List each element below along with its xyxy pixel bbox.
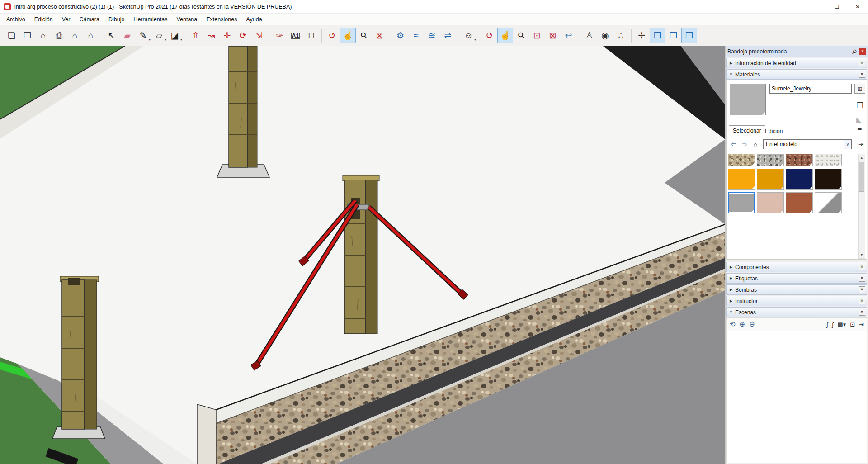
pushpull-tool[interactable]: ⇧ <box>188 28 203 43</box>
material-name-input[interactable] <box>769 84 852 94</box>
viewport-3d-scene[interactable] <box>0 46 725 464</box>
material-swatch-1-1[interactable] <box>757 169 784 190</box>
materials-home-button[interactable]: ⌂ <box>750 139 760 149</box>
move-tool[interactable]: ✛ <box>219 28 235 43</box>
previous-view-tool[interactable]: ↩ <box>561 28 576 43</box>
text-tool[interactable]: A1 <box>288 28 303 43</box>
tab-edicion[interactable]: Edición <box>765 128 783 134</box>
rectangle-tool[interactable]: ▱▾ <box>151 28 167 43</box>
orbit-tool-2[interactable]: ↺ <box>481 28 497 43</box>
preferences-button[interactable]: ⌂ <box>83 28 99 43</box>
dropdown-caret-icon[interactable]: ▾ <box>180 38 182 42</box>
view-front-button[interactable]: ❒ <box>665 28 681 43</box>
in-model-icon[interactable]: ❐ <box>854 100 865 111</box>
section-entity-info[interactable]: ▶ Información de la entidad ✕ <box>726 58 867 68</box>
section-tags[interactable]: ▶ Etiquetas ✕ <box>726 273 867 284</box>
save-model-button[interactable]: ⌂ <box>35 28 51 43</box>
section-close-button[interactable]: ✕ <box>859 286 865 293</box>
material-swatch-1-2[interactable] <box>786 169 813 190</box>
minimize-button[interactable]: — <box>806 0 826 14</box>
material-swatch-2-3[interactable] <box>815 192 842 213</box>
section-materials[interactable]: ▼ Materiales ✕ <box>726 69 867 80</box>
material-swatch-2-0[interactable] <box>728 192 755 213</box>
paint-bucket-tool[interactable]: ⊔ <box>303 28 319 43</box>
scene-view-options-icon[interactable]: ▤▾ <box>837 321 846 328</box>
menu-item-ver[interactable]: Ver <box>57 14 75 24</box>
zoom-extents-tool[interactable]: ⊠ <box>372 28 387 43</box>
materials-back-button[interactable]: ⇦ <box>729 139 739 149</box>
section-close-button[interactable]: ✕ <box>859 264 865 270</box>
menu-item-herramientas[interactable]: Herramientas <box>129 14 172 24</box>
scroll-up-button[interactable]: ▲ <box>859 154 865 161</box>
materials-scrollbar[interactable]: ▲ ▼ <box>858 154 865 259</box>
material-swatch-0-3[interactable] <box>815 154 842 166</box>
scene-show-details-icon[interactable]: ʃ <box>827 321 828 328</box>
scale-tool[interactable]: ⇲ <box>251 28 267 43</box>
section-close-button[interactable]: ✕ <box>859 60 865 66</box>
material-preview[interactable] <box>730 84 766 115</box>
collapse-arrow-icon[interactable]: ▶ <box>727 265 735 269</box>
post-side-face[interactable] <box>85 280 97 429</box>
expand-arrow-icon[interactable]: ▼ <box>727 72 735 76</box>
scenes-list[interactable] <box>726 331 867 463</box>
wooden-post-middle[interactable] <box>343 175 379 334</box>
collection-dropdown[interactable]: En el modelo ∨ <box>763 139 852 149</box>
orbit-tool[interactable]: ↺ <box>324 28 340 43</box>
extension-flip-tool[interactable]: ⇌ <box>440 28 456 43</box>
material-swatch-1-3[interactable] <box>815 169 842 190</box>
pan-tool-2[interactable]: ☝ <box>497 28 513 43</box>
section-components[interactable]: ▶ Componentes ✕ <box>726 262 867 272</box>
material-swatch-0-2[interactable] <box>786 154 813 166</box>
menu-item-cámara[interactable]: Cámara <box>75 14 104 24</box>
axes-tool[interactable]: ✢ <box>634 28 650 43</box>
scroll-down-button[interactable]: ▼ <box>859 251 865 258</box>
menu-item-edición[interactable]: Edición <box>30 14 57 24</box>
dropdown-caret-icon[interactable]: ▾ <box>474 38 476 42</box>
material-swatch-0-1[interactable] <box>757 154 784 166</box>
menu-item-ventana[interactable]: Ventana <box>172 14 202 24</box>
position-camera-tool[interactable]: ♙ <box>581 28 597 43</box>
update-scene-icon[interactable]: ⟲ <box>730 320 736 328</box>
post-side-face[interactable] <box>248 46 257 167</box>
view-top-button[interactable]: ❒ <box>681 28 697 43</box>
collapse-arrow-icon[interactable]: ▶ <box>727 288 735 292</box>
look-around-tool[interactable]: ◉ <box>597 28 613 43</box>
zoom-extents-tool-2[interactable]: ⊠ <box>545 28 561 43</box>
post-front-face[interactable] <box>62 280 85 429</box>
material-swatch-1-0[interactable] <box>728 169 755 190</box>
account-button[interactable]: ☺▾ <box>461 28 476 43</box>
rotate-tool[interactable]: ⟳ <box>235 28 251 43</box>
strip-end-cap[interactable] <box>197 404 216 464</box>
section-close-button[interactable]: ✕ <box>859 309 865 316</box>
scene-hide-details-icon[interactable]: ʃ <box>832 321 833 328</box>
dropdown-caret-icon[interactable]: ▾ <box>165 38 166 42</box>
line-tool[interactable]: ✎▾ <box>135 28 151 43</box>
collapse-arrow-icon[interactable]: ▶ <box>727 61 735 65</box>
section-close-button[interactable]: ✕ <box>859 275 865 282</box>
new-model-button[interactable]: ❏ <box>4 28 19 43</box>
scene-thumbnails-icon[interactable]: ⊡ <box>850 321 855 328</box>
eraser-tool[interactable]: ▰ <box>119 28 135 43</box>
walk-tool[interactable]: ∴ <box>613 28 629 43</box>
post-front-face[interactable] <box>229 46 248 167</box>
remove-scene-icon[interactable]: ⊖ <box>749 320 755 328</box>
dropdown-caret-icon[interactable]: ▾ <box>149 38 151 42</box>
add-scene-icon[interactable]: ⊕ <box>740 320 745 328</box>
view-iso-button[interactable]: ❒ <box>650 28 665 43</box>
paint-tool[interactable]: ✑ <box>272 28 288 43</box>
followme-tool[interactable]: ↝ <box>203 28 219 43</box>
print-button[interactable]: ⎙ <box>51 28 67 43</box>
menu-item-extensiones[interactable]: Extensiones <box>202 14 241 24</box>
menu-item-ayuda[interactable]: Ayuda <box>241 14 266 24</box>
open-model-button[interactable]: ❐ <box>19 28 35 43</box>
close-button[interactable]: ✕ <box>847 0 868 14</box>
material-swatch-2-2[interactable] <box>786 192 813 213</box>
shape-tool[interactable]: ◪▾ <box>167 28 183 43</box>
select-tool[interactable]: ↖ <box>104 28 119 43</box>
expand-arrow-icon[interactable]: ▼ <box>727 310 735 314</box>
section-close-button[interactable]: ✕ <box>859 298 865 304</box>
pin-icon[interactable]: ⚲ <box>851 47 859 55</box>
zoom-tool-2[interactable]: ⚲ <box>513 28 529 43</box>
section-scenes[interactable]: ▼ Escenas ✕ <box>726 307 867 317</box>
scene-panel-arrow-icon[interactable]: ⇥ <box>859 321 864 328</box>
